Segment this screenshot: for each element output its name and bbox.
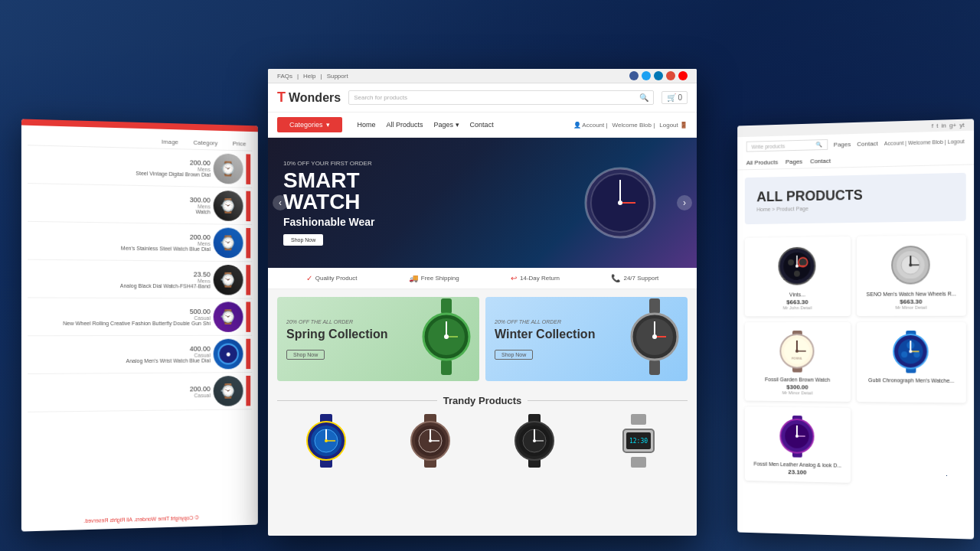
cart-icon[interactable]: 🛒 0 <box>662 91 688 104</box>
right-product-card-1[interactable]: Vints... $663.30 Mr John Detail <box>745 236 851 316</box>
right-account-link[interactable]: Account | <box>884 140 906 146</box>
nav-contact[interactable]: Contact <box>470 121 494 129</box>
right-product-card-2[interactable]: SENO Men's Watch New Wheels R... $663.30… <box>857 235 966 316</box>
twitter-icon[interactable] <box>642 71 651 80</box>
trendy-title: Trandy Products <box>277 395 688 406</box>
spring-collection-text: 20% OFF THE ALL ORDER Spring Collection … <box>277 311 397 367</box>
table-row: ⌚ 200.00 Mens Men's Stainless Steel Watc… <box>28 222 252 262</box>
svg-point-76 <box>913 351 920 357</box>
right-product-card-3[interactable]: FOSSIL Fossil Garden Brown Watch $300.00… <box>745 322 851 402</box>
right-search-input[interactable]: Write products 🔍 <box>746 139 828 152</box>
nav-all-products[interactable]: All Products <box>387 121 423 129</box>
hero-next-button[interactable]: › <box>677 195 692 210</box>
trendy-product-4[interactable]: 12:30 <box>590 414 688 468</box>
spring-offer-text: 20% OFF THE ALL ORDER <box>286 319 387 324</box>
trendy-title-text: Trandy Products <box>443 395 522 406</box>
main-navbar: T Wonders Search for products 🔍 🛒 0 <box>268 83 697 112</box>
row-text: 23.50 Mens Analog Black Dial Watch-FSH47… <box>29 269 211 289</box>
table-row: ⌚ 500.00 Casual New Wheel Rolling Creati… <box>28 298 252 336</box>
right-product-price-1: $663.30 <box>786 298 808 305</box>
svg-text:12:30: 12:30 <box>629 438 648 445</box>
right-nav-pages[interactable]: Pages <box>834 141 851 148</box>
right-product-price-2: $663.30 <box>900 298 922 305</box>
right-fb-icon[interactable]: f <box>932 122 933 129</box>
right-watch-image-3: FOSSIL <box>775 328 820 374</box>
right-tw-icon[interactable]: t <box>936 122 938 129</box>
feature-shipping: 🚚 Free Shipping <box>409 274 459 282</box>
winter-watch-image <box>628 298 681 381</box>
spring-collection-title: Spring Collection <box>286 328 387 341</box>
search-icon[interactable]: 🔍 <box>639 93 648 102</box>
feature-support: 📞 24/7 Support <box>611 274 658 282</box>
support-icon: 📞 <box>611 274 620 282</box>
top-bar: FAQs | Help | Support <box>268 69 697 83</box>
row-text: 200.00 Mens Steel Vintage Digital Brown … <box>29 155 211 177</box>
col-header-price: Price <box>233 140 247 147</box>
winter-collection-card: 20% OFF THE ALL ORDER Winter Collection … <box>485 297 688 381</box>
hero-cta-button[interactable]: Shop Now <box>283 234 323 246</box>
right-product-price-5: 23.100 <box>788 468 806 475</box>
logout-link[interactable]: Logout 🚪 <box>659 122 688 129</box>
right-product-name-5: Fossil Men Leather Analog & look D... <box>753 461 841 468</box>
feature-quality-label: Quality Product <box>315 275 358 282</box>
table-row: ● 400.00 Casual Analog Men's Wrist Watch… <box>28 336 252 374</box>
hero-subtitle: Fashionable Wear <box>283 216 375 228</box>
support-link[interactable]: Support <box>327 73 348 80</box>
linkedin-icon[interactable] <box>654 71 663 80</box>
google-icon[interactable] <box>666 71 675 80</box>
spring-shop-now-button[interactable]: Shop Now <box>286 350 325 360</box>
hero-title-smart: SMART <box>283 170 375 191</box>
right-product-name-4: Gubli Chronograph Men's Watche... <box>868 377 954 383</box>
right-search-placeholder: Write products <box>751 143 785 149</box>
trendy-product-2[interactable] <box>381 414 479 468</box>
winter-watch-svg <box>628 298 681 375</box>
svg-point-11 <box>444 334 449 339</box>
right-in-icon[interactable]: in <box>941 122 946 129</box>
account-link[interactable]: 👤 Account | <box>573 122 608 129</box>
right-products-grid: Vints... $663.30 Mr John Detail SENO Men… <box>737 229 974 492</box>
trendy-product-1[interactable] <box>277 414 375 468</box>
help-link[interactable]: Help <box>303 73 315 80</box>
right-all-products-link[interactable]: All Products <box>746 158 778 166</box>
search-bar[interactable]: Search for products 🔍 <box>348 90 654 105</box>
trendy-product-3[interactable] <box>485 414 583 468</box>
right-product-card-5[interactable]: Fossil Men Leather Analog & look D... 23… <box>745 406 851 483</box>
feature-return: ↩ 14-Day Return <box>511 274 560 282</box>
svg-point-51 <box>788 259 794 265</box>
winter-shop-now-button[interactable]: Shop Now <box>495 350 533 360</box>
right-yt-icon[interactable]: yt <box>959 122 964 129</box>
hero-content: 10% OFF YOUR FIRST ORDER SMART WATCH Fas… <box>283 160 375 246</box>
row-indicator <box>246 376 250 406</box>
table-row: ⌚ 300.00 Mens Watch <box>28 184 252 225</box>
right-nav-contact[interactable]: Contact <box>857 140 878 148</box>
facebook-icon[interactable] <box>629 71 639 80</box>
row-text: 200.00 Mens Men's Stainless Steel Watch … <box>29 231 211 252</box>
right-product-card-4[interactable]: Gubli Chronograph Men's Watche... <box>857 322 966 403</box>
watch-thumbnail: ⌚ <box>214 153 243 184</box>
hero-prev-button[interactable]: ‹ <box>273 195 288 210</box>
brand-name: Wonders <box>289 91 341 105</box>
youtube-icon[interactable] <box>678 71 688 80</box>
right-nav-links: Pages Contact <box>834 140 878 148</box>
watch-thumbnail: ⌚ <box>214 302 243 332</box>
right-contact-link[interactable]: Contact <box>810 158 831 165</box>
nav-home[interactable]: Home <box>358 121 376 129</box>
nav-pages[interactable]: Pages ▾ <box>434 121 459 129</box>
right-product-badge-1: Mr John Detail <box>782 305 812 310</box>
right-pages-link[interactable]: Pages <box>786 158 802 165</box>
right-search-icon[interactable]: 🔍 <box>815 142 822 148</box>
trendy-products-row: 12:30 <box>277 414 688 468</box>
watch-thumbnail: ⌚ <box>214 376 243 406</box>
left-admin-panel: Image Category Price ⌚ 200.00 Mens Steel… <box>21 119 258 531</box>
right-watch-image-1 <box>775 243 820 289</box>
faqs-link[interactable]: FAQs <box>277 73 292 80</box>
col-header-image: Image <box>162 139 178 146</box>
right-logout[interactable]: Logout <box>948 139 965 145</box>
right-user-section: Account | Welcome Blob | Logout <box>884 139 965 146</box>
svg-text:FOSSIL: FOSSIL <box>792 356 803 360</box>
categories-button[interactable]: Categories ▾ <box>277 117 342 132</box>
right-gp-icon[interactable]: g+ <box>949 122 956 129</box>
title-line-right <box>528 400 688 401</box>
right-product-badge-2: Mr Minor Detail <box>895 305 926 310</box>
row-indicator <box>246 302 250 331</box>
